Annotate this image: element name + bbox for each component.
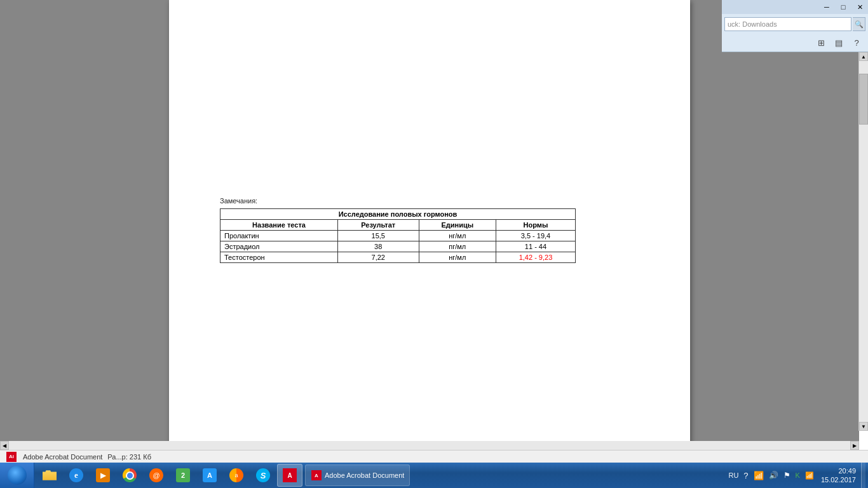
col-header-result: Результат (337, 220, 419, 231)
task-label: Adobe Acrobat Document (325, 471, 404, 479)
result-3: 7,22 (337, 252, 419, 263)
system-tray: RU ? 📶 🔊 ⚑ K 📶 20:49 15.02.2017 (724, 463, 868, 488)
maximize-button[interactable]: □ (835, 0, 851, 14)
taskbar-app-ie[interactable]: e (64, 464, 89, 487)
ie-icon: e (69, 468, 83, 482)
tray-signal[interactable]: 📶 (803, 463, 816, 488)
col-header-name: Название теста (220, 220, 338, 231)
result-1: 15,5 (337, 231, 419, 241)
scrollbar-track[interactable] (859, 61, 868, 422)
norms-2: 11 - 44 (496, 241, 575, 252)
minimize-button[interactable]: ─ (818, 0, 835, 14)
table-main-header: Исследование половых гормонов (220, 209, 576, 220)
units-1: нг/мл (419, 231, 496, 241)
search-box[interactable]: uck: Downloads (724, 17, 851, 31)
taskbar-app-chrome[interactable] (117, 464, 142, 487)
pdf-content: Замечания: Исследование половых гормонов… (220, 197, 639, 263)
scrollbar-thumb[interactable] (859, 74, 868, 125)
scroll-up-arrow[interactable]: ▲ (859, 52, 868, 61)
tray-network[interactable]: 📶 (752, 463, 766, 488)
tray-time: 20:49 (821, 466, 856, 475)
translator-icon: A (203, 468, 217, 482)
adobe-icon: A (283, 468, 297, 482)
taskbar-app-game[interactable]: 2 (170, 464, 196, 487)
taskbar: e ▶ @ 2 A a S A (0, 463, 868, 488)
tray-kaspersky[interactable]: K (794, 463, 802, 488)
start-button[interactable] (0, 463, 34, 488)
explorer-address-bar: uck: Downloads 🔍 (722, 14, 868, 34)
scrollbar-horizontal[interactable]: ◀ ▶ (0, 441, 859, 450)
tray-clock[interactable]: 20:49 15.02.2017 (817, 466, 860, 485)
close-button[interactable]: ✕ (851, 0, 868, 14)
taskbar-app-skype[interactable]: S (250, 464, 276, 487)
taskbar-app-adobe[interactable]: A (277, 464, 302, 487)
taskbar-app-media[interactable]: ▶ (90, 464, 116, 487)
explorer-toolbar: ⊞ ▤ ? (722, 34, 868, 52)
skype-icon: S (256, 468, 270, 482)
avast-icon: a (229, 468, 243, 482)
search-button[interactable]: 🔍 (853, 17, 865, 31)
test-name-2: Эстрадиол (220, 241, 338, 252)
scrollbar-vertical[interactable]: ▲ ▼ (859, 52, 868, 431)
tray-date: 15.02.2017 (821, 475, 856, 484)
scroll-left-arrow[interactable]: ◀ (0, 441, 9, 450)
adobe-small-icon: Ai (5, 451, 18, 463)
tray-lang[interactable]: RU (726, 463, 740, 488)
game-icon: 2 (176, 468, 190, 482)
taskbar-apps: e ▶ @ 2 A a S A (34, 463, 305, 488)
start-orb (8, 466, 27, 485)
status-file-label: Adobe Acrobat Document (23, 453, 102, 461)
lab-results-table: Исследование половых гормонов Название т… (220, 208, 576, 263)
taskbar-app-translator[interactable]: A (197, 464, 222, 487)
scroll-down-arrow[interactable]: ▼ (859, 422, 868, 431)
table-row: Пролактин 15,5 нг/мл 3,5 - 19,4 (220, 231, 576, 241)
test-name-1: Пролактин (220, 231, 338, 241)
email-icon: @ (149, 468, 163, 482)
media-icon: ▶ (96, 468, 110, 482)
norms-1: 3,5 - 19,4 (496, 231, 575, 241)
table-row: Эстрадиол 38 пг/мл 11 - 44 (220, 241, 576, 252)
tray-lang-label: RU (728, 471, 738, 479)
norms-3: 1,42 - 9,23 (496, 252, 575, 263)
folder-icon (43, 468, 57, 482)
grid-view-button[interactable]: ⊞ (813, 36, 829, 50)
units-2: пг/мл (419, 241, 496, 252)
col-header-units: Единицы (419, 220, 496, 231)
taskbar-app-avast[interactable]: a (224, 464, 249, 487)
status-text: Ра...р: 231 Кб (107, 453, 151, 461)
taskbar-app-email[interactable]: @ (144, 464, 169, 487)
test-name-3: Тестостерон (220, 252, 338, 263)
tray-sound[interactable]: 🔊 (767, 463, 780, 488)
search-text: uck: Downloads (728, 20, 777, 28)
pdf-viewer-area: Замечания: Исследование половых гормонов… (0, 0, 859, 441)
pdf-statusbar: Ai Adobe Acrobat Document Ра...р: 231 Кб (0, 450, 868, 463)
explorer-titlebar: ─ □ ✕ (722, 0, 868, 14)
chrome-icon (123, 468, 137, 482)
taskbar-app-file-explorer[interactable] (37, 464, 62, 487)
task-adobe-icon: A (311, 470, 322, 481)
help-button[interactable]: ? (849, 36, 864, 50)
scrollbar-horizontal-track[interactable] (9, 441, 850, 450)
scroll-right-arrow[interactable]: ▶ (850, 441, 859, 450)
remarks-label: Замечания: (220, 197, 639, 205)
taskbar-open-task[interactable]: A Adobe Acrobat Document (305, 464, 410, 486)
table-row: Тестостерон 7,22 нг/мл 1,42 - 9,23 (220, 252, 576, 263)
tray-help[interactable]: ? (742, 463, 750, 488)
units-3: нг/мл (419, 252, 496, 263)
show-desktop-button[interactable] (861, 463, 865, 488)
pdf-page: Замечания: Исследование половых гормонов… (169, 0, 690, 441)
panel-button[interactable]: ▤ (831, 36, 846, 50)
tray-flag[interactable]: ⚑ (782, 463, 792, 488)
col-header-norms: Нормы (496, 220, 575, 231)
result-2: 38 (337, 241, 419, 252)
